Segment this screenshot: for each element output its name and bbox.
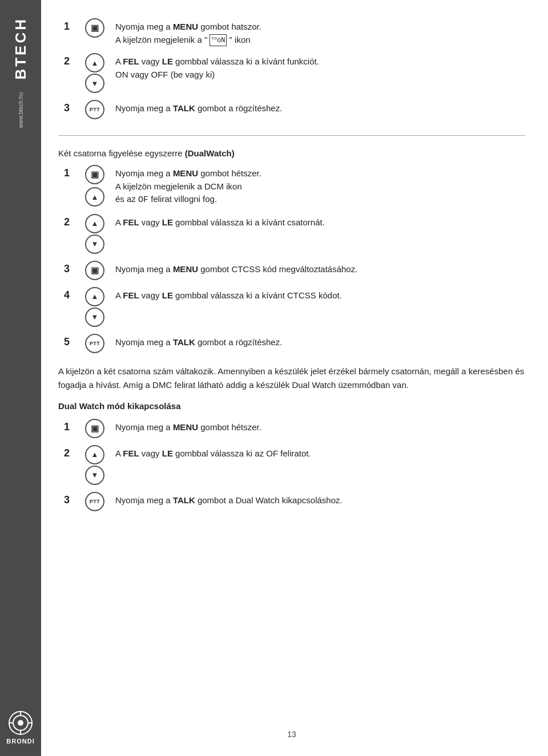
up-down-pair: ▲ ▼ [85, 287, 104, 327]
down-button-icon: ▼ [85, 235, 104, 254]
step-icons: PTT [82, 491, 107, 511]
dual-watch-bold-heading: (DualWatch) [185, 148, 235, 158]
up-button-icon: ▲ [85, 445, 104, 464]
step-number: 2 [64, 444, 82, 459]
down-button-icon: ▼ [85, 74, 104, 93]
menu-bold: MENU [173, 22, 198, 31]
step-text: Nyomja meg a TALK gombot a rögzítéshez. [107, 333, 525, 349]
on-icon: tooN [209, 34, 227, 46]
step-row: 3 ▣ Nyomja meg a MENU gombot CTCSS kód m… [64, 260, 525, 280]
step-text: Nyomja meg a MENU gombot hétszer. A kije… [107, 164, 525, 207]
menu-bold: MENU [173, 168, 198, 178]
le-bold: LE [162, 290, 173, 300]
svg-point-2 [18, 720, 23, 726]
step-text: Nyomja meg a TALK gombot a rögzítéshez. [107, 99, 525, 115]
step-icons: PTT [82, 99, 107, 119]
step-icons: ▣ ▲ [82, 164, 107, 207]
section-divider [58, 135, 525, 136]
step-number: 2 [64, 52, 82, 67]
fel-bold: FEL [123, 56, 139, 66]
step-number: 3 [64, 99, 82, 114]
talk-bold: TALK [173, 103, 195, 113]
step-icons: ▣ [82, 418, 107, 438]
step-number: 1 [64, 17, 82, 33]
step-text: A FEL vagy LE gombbal válassza ki az OF … [107, 444, 525, 460]
fel-bold: FEL [123, 290, 139, 300]
top-steps-section: 1 ▣ Nyomja meg a MENU gombot hatszor. A … [64, 17, 525, 125]
step-text: Nyomja meg a TALK gombot a Dual Watch ki… [107, 491, 525, 507]
up-button-icon: ▲ [85, 214, 104, 233]
up-button-icon: ▲ [85, 187, 104, 207]
step-row: 1 ▣ Nyomja meg a MENU gombot hatszor. A … [64, 17, 525, 46]
step-number: 1 [64, 418, 82, 433]
step-text: A FEL vagy LE gombbal válassza ki a kívá… [107, 213, 525, 229]
step-row: 2 ▲ ▼ A FEL vagy LE gombbal válassza ki … [64, 213, 525, 254]
step-row: 1 ▣ ▲ Nyomja meg a MENU gombot hétszer. … [64, 164, 525, 207]
step-number: 3 [64, 491, 82, 506]
step-icons: ▲ ▼ [82, 52, 107, 93]
dual-watch-heading: Két csatorna figyelése egyszerre (DualWa… [58, 148, 525, 158]
page-number: 13 [58, 713, 525, 739]
step-row: 5 PTT Nyomja meg a TALK gombot a rögzíté… [64, 333, 525, 353]
book-button-icon: ▣ [85, 165, 104, 184]
step-text: A FEL vagy LE gombbal válassza ki a kívá… [107, 52, 525, 81]
up-down-pair: ▲ ▼ [85, 214, 104, 254]
step-number: 1 [64, 164, 82, 179]
dual-watch-bold: Dual Watch [58, 401, 104, 411]
book-button-icon: ▣ [85, 261, 104, 280]
talk-bold: TALK [173, 337, 195, 347]
brand-name: BTECH [12, 17, 30, 80]
step-number: 3 [64, 260, 82, 275]
down-button-icon: ▼ [85, 308, 104, 327]
fel-bold: FEL [123, 217, 139, 227]
step-text: Nyomja meg a MENU gombot hétszer. [107, 418, 525, 434]
step-text: Nyomja meg a MENU gombot CTCSS kód megvá… [107, 260, 525, 276]
step-number: 5 [64, 333, 82, 348]
step-number: 2 [64, 213, 82, 228]
le-bold: LE [162, 448, 173, 458]
step-icons: ▲ ▼ [82, 213, 107, 254]
up-button-icon: ▲ [85, 53, 104, 72]
fel-bold: FEL [123, 448, 139, 458]
brondi-label: BRONDI [6, 738, 34, 745]
menu-bold: MENU [173, 264, 198, 274]
up-down-pair: ▲ ▼ [85, 53, 104, 93]
step-row: 3 PTT Nyomja meg a TALK gombot a rögzíté… [64, 99, 525, 119]
step-row: 3 PTT Nyomja meg a TALK gombot a Dual Wa… [64, 491, 525, 511]
sidebar-logo: BRONDI [6, 710, 34, 745]
step-text: A FEL vagy LE gombbal válassza ki a kívá… [107, 286, 525, 302]
dual-watch-steps: 1 ▣ ▲ Nyomja meg a MENU gombot hétszer. … [64, 164, 525, 359]
talk-bold: TALK [173, 495, 195, 505]
dual-watch-paragraph: A kijelzön a két csatorna szám váltakozi… [58, 365, 525, 392]
of-mono: OF [138, 195, 148, 205]
ptt-button-icon: PTT [85, 492, 104, 511]
step-icons: ▲ ▼ [82, 444, 107, 485]
menu-bold: MENU [173, 422, 198, 432]
step-row: 2 ▲ ▼ A FEL vagy LE gombbal válassza ki … [64, 444, 525, 485]
ptt-button-icon: PTT [85, 100, 104, 119]
brand-url: www.btech.hu [18, 92, 24, 128]
step-number: 4 [64, 286, 82, 301]
dual-watch-off-steps: 1 ▣ Nyomja meg a MENU gombot hétszer. 2 … [64, 418, 525, 517]
down-button-icon: ▼ [85, 466, 104, 485]
up-button-icon: ▲ [85, 287, 104, 306]
le-bold: LE [162, 217, 173, 227]
book-button-icon: ▣ [85, 18, 104, 38]
step-icons: PTT [82, 333, 107, 353]
sidebar: BTECH www.btech.hu BRONDI [0, 0, 41, 756]
sidebar-brand: BTECH www.btech.hu [12, 17, 30, 128]
main-content: 1 ▣ Nyomja meg a MENU gombot hatszor. A … [41, 0, 548, 756]
ptt-button-icon: PTT [85, 334, 104, 353]
step-icons: ▣ [82, 17, 107, 38]
up-icon-small: ▲ [85, 187, 104, 207]
le-bold: LE [162, 56, 173, 66]
step-row: 2 ▲ ▼ A FEL vagy LE gombbal válassza ki … [64, 52, 525, 93]
brondi-logo-icon [8, 710, 33, 735]
step-text: Nyomja meg a MENU gombot hatszor. A kije… [107, 17, 525, 46]
dual-watch-off-title: Dual Watch mód kikapcsolása [58, 401, 525, 411]
up-down-pair: ▲ ▼ [85, 445, 104, 485]
step-row: 1 ▣ Nyomja meg a MENU gombot hétszer. [64, 418, 525, 438]
step-icons: ▣ [82, 260, 107, 280]
step-row: 4 ▲ ▼ A FEL vagy LE gombbal válassza ki … [64, 286, 525, 327]
book-button-icon: ▣ [85, 419, 104, 438]
